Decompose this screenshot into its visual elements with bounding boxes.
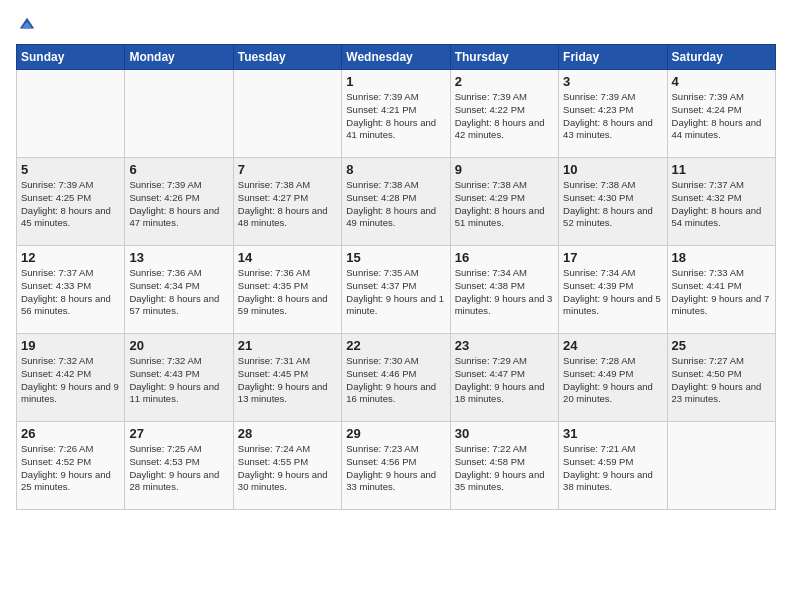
calendar-cell: 29Sunrise: 7:23 AM Sunset: 4:56 PM Dayli… (342, 422, 450, 510)
calendar-cell: 11Sunrise: 7:37 AM Sunset: 4:32 PM Dayli… (667, 158, 775, 246)
calendar-cell (17, 70, 125, 158)
calendar-cell: 26Sunrise: 7:26 AM Sunset: 4:52 PM Dayli… (17, 422, 125, 510)
day-number: 5 (21, 162, 120, 177)
day-number: 14 (238, 250, 337, 265)
day-info: Sunrise: 7:22 AM Sunset: 4:58 PM Dayligh… (455, 443, 554, 494)
calendar-cell: 18Sunrise: 7:33 AM Sunset: 4:41 PM Dayli… (667, 246, 775, 334)
day-number: 25 (672, 338, 771, 353)
day-info: Sunrise: 7:32 AM Sunset: 4:43 PM Dayligh… (129, 355, 228, 406)
day-number: 29 (346, 426, 445, 441)
logo (16, 16, 36, 34)
day-info: Sunrise: 7:37 AM Sunset: 4:32 PM Dayligh… (672, 179, 771, 230)
calendar-cell: 30Sunrise: 7:22 AM Sunset: 4:58 PM Dayli… (450, 422, 558, 510)
day-number: 6 (129, 162, 228, 177)
calendar-header-tuesday: Tuesday (233, 45, 341, 70)
day-number: 11 (672, 162, 771, 177)
day-number: 31 (563, 426, 662, 441)
day-info: Sunrise: 7:39 AM Sunset: 4:25 PM Dayligh… (21, 179, 120, 230)
calendar-cell: 8Sunrise: 7:38 AM Sunset: 4:28 PM Daylig… (342, 158, 450, 246)
calendar-cell: 22Sunrise: 7:30 AM Sunset: 4:46 PM Dayli… (342, 334, 450, 422)
day-info: Sunrise: 7:30 AM Sunset: 4:46 PM Dayligh… (346, 355, 445, 406)
day-info: Sunrise: 7:25 AM Sunset: 4:53 PM Dayligh… (129, 443, 228, 494)
calendar-cell: 6Sunrise: 7:39 AM Sunset: 4:26 PM Daylig… (125, 158, 233, 246)
day-info: Sunrise: 7:34 AM Sunset: 4:38 PM Dayligh… (455, 267, 554, 318)
day-info: Sunrise: 7:39 AM Sunset: 4:21 PM Dayligh… (346, 91, 445, 142)
calendar-header-thursday: Thursday (450, 45, 558, 70)
day-number: 13 (129, 250, 228, 265)
day-number: 9 (455, 162, 554, 177)
day-number: 15 (346, 250, 445, 265)
day-number: 12 (21, 250, 120, 265)
calendar-cell (667, 422, 775, 510)
day-number: 4 (672, 74, 771, 89)
day-number: 28 (238, 426, 337, 441)
calendar-cell (125, 70, 233, 158)
day-number: 10 (563, 162, 662, 177)
day-info: Sunrise: 7:35 AM Sunset: 4:37 PM Dayligh… (346, 267, 445, 318)
day-info: Sunrise: 7:33 AM Sunset: 4:41 PM Dayligh… (672, 267, 771, 318)
calendar-cell: 20Sunrise: 7:32 AM Sunset: 4:43 PM Dayli… (125, 334, 233, 422)
calendar-cell: 5Sunrise: 7:39 AM Sunset: 4:25 PM Daylig… (17, 158, 125, 246)
calendar-cell: 23Sunrise: 7:29 AM Sunset: 4:47 PM Dayli… (450, 334, 558, 422)
day-number: 19 (21, 338, 120, 353)
day-number: 2 (455, 74, 554, 89)
calendar-cell: 27Sunrise: 7:25 AM Sunset: 4:53 PM Dayli… (125, 422, 233, 510)
day-info: Sunrise: 7:27 AM Sunset: 4:50 PM Dayligh… (672, 355, 771, 406)
calendar-cell: 2Sunrise: 7:39 AM Sunset: 4:22 PM Daylig… (450, 70, 558, 158)
calendar-week-row: 1Sunrise: 7:39 AM Sunset: 4:21 PM Daylig… (17, 70, 776, 158)
day-info: Sunrise: 7:36 AM Sunset: 4:34 PM Dayligh… (129, 267, 228, 318)
day-info: Sunrise: 7:37 AM Sunset: 4:33 PM Dayligh… (21, 267, 120, 318)
calendar-cell: 3Sunrise: 7:39 AM Sunset: 4:23 PM Daylig… (559, 70, 667, 158)
calendar-table: SundayMondayTuesdayWednesdayThursdayFrid… (16, 44, 776, 510)
day-info: Sunrise: 7:21 AM Sunset: 4:59 PM Dayligh… (563, 443, 662, 494)
calendar-cell: 19Sunrise: 7:32 AM Sunset: 4:42 PM Dayli… (17, 334, 125, 422)
day-number: 21 (238, 338, 337, 353)
calendar-week-row: 19Sunrise: 7:32 AM Sunset: 4:42 PM Dayli… (17, 334, 776, 422)
day-number: 24 (563, 338, 662, 353)
day-info: Sunrise: 7:26 AM Sunset: 4:52 PM Dayligh… (21, 443, 120, 494)
day-info: Sunrise: 7:38 AM Sunset: 4:27 PM Dayligh… (238, 179, 337, 230)
calendar-cell: 1Sunrise: 7:39 AM Sunset: 4:21 PM Daylig… (342, 70, 450, 158)
calendar-cell: 12Sunrise: 7:37 AM Sunset: 4:33 PM Dayli… (17, 246, 125, 334)
calendar-cell: 14Sunrise: 7:36 AM Sunset: 4:35 PM Dayli… (233, 246, 341, 334)
calendar-header-row: SundayMondayTuesdayWednesdayThursdayFrid… (17, 45, 776, 70)
day-info: Sunrise: 7:39 AM Sunset: 4:22 PM Dayligh… (455, 91, 554, 142)
calendar-cell: 15Sunrise: 7:35 AM Sunset: 4:37 PM Dayli… (342, 246, 450, 334)
day-number: 27 (129, 426, 228, 441)
calendar-cell: 16Sunrise: 7:34 AM Sunset: 4:38 PM Dayli… (450, 246, 558, 334)
day-info: Sunrise: 7:39 AM Sunset: 4:26 PM Dayligh… (129, 179, 228, 230)
day-info: Sunrise: 7:34 AM Sunset: 4:39 PM Dayligh… (563, 267, 662, 318)
calendar-cell: 13Sunrise: 7:36 AM Sunset: 4:34 PM Dayli… (125, 246, 233, 334)
calendar-body: 1Sunrise: 7:39 AM Sunset: 4:21 PM Daylig… (17, 70, 776, 510)
calendar-cell: 21Sunrise: 7:31 AM Sunset: 4:45 PM Dayli… (233, 334, 341, 422)
day-number: 3 (563, 74, 662, 89)
day-number: 1 (346, 74, 445, 89)
day-info: Sunrise: 7:39 AM Sunset: 4:24 PM Dayligh… (672, 91, 771, 142)
calendar-cell: 25Sunrise: 7:27 AM Sunset: 4:50 PM Dayli… (667, 334, 775, 422)
calendar-cell: 31Sunrise: 7:21 AM Sunset: 4:59 PM Dayli… (559, 422, 667, 510)
day-number: 17 (563, 250, 662, 265)
day-number: 18 (672, 250, 771, 265)
day-number: 26 (21, 426, 120, 441)
day-info: Sunrise: 7:28 AM Sunset: 4:49 PM Dayligh… (563, 355, 662, 406)
day-info: Sunrise: 7:38 AM Sunset: 4:30 PM Dayligh… (563, 179, 662, 230)
day-info: Sunrise: 7:24 AM Sunset: 4:55 PM Dayligh… (238, 443, 337, 494)
calendar-week-row: 26Sunrise: 7:26 AM Sunset: 4:52 PM Dayli… (17, 422, 776, 510)
calendar-header-sunday: Sunday (17, 45, 125, 70)
calendar-cell: 17Sunrise: 7:34 AM Sunset: 4:39 PM Dayli… (559, 246, 667, 334)
day-info: Sunrise: 7:38 AM Sunset: 4:29 PM Dayligh… (455, 179, 554, 230)
day-info: Sunrise: 7:36 AM Sunset: 4:35 PM Dayligh… (238, 267, 337, 318)
day-info: Sunrise: 7:31 AM Sunset: 4:45 PM Dayligh… (238, 355, 337, 406)
day-info: Sunrise: 7:29 AM Sunset: 4:47 PM Dayligh… (455, 355, 554, 406)
page-header (16, 16, 776, 34)
calendar-week-row: 5Sunrise: 7:39 AM Sunset: 4:25 PM Daylig… (17, 158, 776, 246)
day-info: Sunrise: 7:23 AM Sunset: 4:56 PM Dayligh… (346, 443, 445, 494)
calendar-header-saturday: Saturday (667, 45, 775, 70)
calendar-cell: 10Sunrise: 7:38 AM Sunset: 4:30 PM Dayli… (559, 158, 667, 246)
calendar-header-monday: Monday (125, 45, 233, 70)
day-number: 22 (346, 338, 445, 353)
logo-icon (18, 16, 36, 34)
calendar-cell: 7Sunrise: 7:38 AM Sunset: 4:27 PM Daylig… (233, 158, 341, 246)
day-number: 8 (346, 162, 445, 177)
day-info: Sunrise: 7:39 AM Sunset: 4:23 PM Dayligh… (563, 91, 662, 142)
